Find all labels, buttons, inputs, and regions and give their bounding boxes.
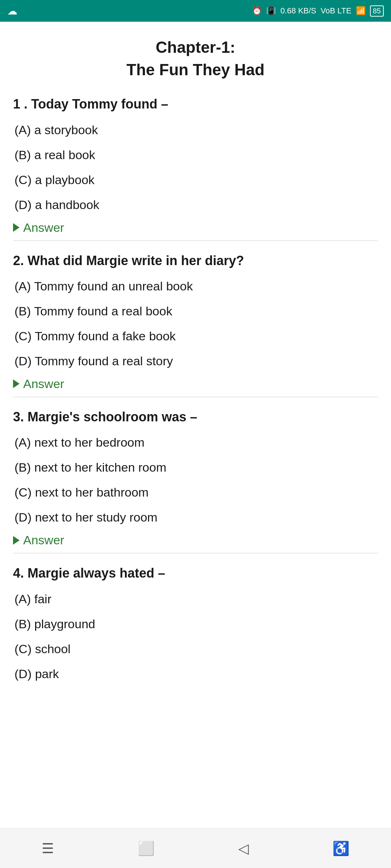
answer-1-arrow-icon bbox=[13, 223, 20, 232]
question-2-title: 2. What did Margie write in her diary? bbox=[13, 252, 378, 270]
status-left: ☁ bbox=[7, 5, 17, 17]
question-3: 3. Margie's schoolroom was – (A) next to… bbox=[13, 408, 378, 547]
vibrate-icon: 📳 bbox=[266, 6, 276, 16]
status-right: ⏰ 📳 0.68 KB/S VoB LTE 📶 85 bbox=[252, 5, 384, 17]
home-icon[interactable]: ⬜ bbox=[138, 841, 155, 856]
divider-2 bbox=[13, 397, 378, 397]
divider-1 bbox=[13, 241, 378, 241]
question-3-answer-toggle[interactable]: Answer bbox=[13, 533, 378, 547]
question-1-option-d: (D) a handbook bbox=[13, 196, 378, 214]
answer-3-arrow-icon bbox=[13, 536, 20, 545]
question-2-answer-toggle[interactable]: Answer bbox=[13, 377, 378, 391]
question-2-option-d: (D) Tommy found a real story bbox=[13, 352, 378, 370]
status-bar: ☁ ⏰ 📳 0.68 KB/S VoB LTE 📶 85 bbox=[0, 0, 391, 22]
question-3-option-a: (A) next to her bedroom bbox=[13, 433, 378, 452]
bottom-navigation: ☰ ⬜ ◁ ♿ bbox=[0, 828, 391, 868]
question-2-option-a: (A) Tommy found an unreal book bbox=[13, 277, 378, 295]
question-2-answer-label: Answer bbox=[23, 377, 64, 391]
question-4-option-c: (C) school bbox=[13, 640, 378, 658]
data-speed: 0.68 KB/S bbox=[280, 6, 316, 16]
question-3-option-d: (D) next to her study room bbox=[13, 508, 378, 527]
question-1-answer-toggle[interactable]: Answer bbox=[13, 221, 378, 235]
cloud-icon: ☁ bbox=[7, 5, 17, 17]
divider-3 bbox=[13, 553, 378, 553]
network-type: VoB LTE bbox=[321, 6, 352, 16]
question-3-option-c: (C) next to her bathroom bbox=[13, 483, 378, 502]
question-2: 2. What did Margie write in her diary? (… bbox=[13, 252, 378, 391]
question-4-title: 4. Margie always hated – bbox=[13, 564, 378, 582]
question-3-title: 3. Margie's schoolroom was – bbox=[13, 408, 378, 426]
battery-indicator: 85 bbox=[370, 5, 384, 17]
question-1-option-c: (C) a playbook bbox=[13, 171, 378, 189]
question-2-option-b: (B) Tommy found a real book bbox=[13, 302, 378, 320]
question-3-answer-label: Answer bbox=[23, 533, 64, 547]
question-4: 4. Margie always hated – (A) fair (B) pl… bbox=[13, 564, 378, 683]
question-4-option-b: (B) playground bbox=[13, 615, 378, 633]
main-content: Chapter-1:The Fun They Had 1 . Today Tom… bbox=[0, 22, 391, 828]
question-3-option-b: (B) next to her kitchen room bbox=[13, 458, 378, 477]
question-1-title: 1 . Today Tommy found – bbox=[13, 95, 378, 113]
accessibility-icon[interactable]: ♿ bbox=[332, 841, 349, 856]
question-4-option-a: (A) fair bbox=[13, 590, 378, 608]
answer-2-arrow-icon bbox=[13, 379, 20, 388]
question-1-option-a: (A) a storybook bbox=[13, 121, 378, 139]
menu-icon[interactable]: ☰ bbox=[42, 841, 54, 856]
back-icon[interactable]: ◁ bbox=[238, 841, 249, 856]
question-1-option-b: (B) a real book bbox=[13, 146, 378, 164]
question-4-option-d: (D) park bbox=[13, 665, 378, 683]
question-2-option-c: (C) Tommy found a fake book bbox=[13, 327, 378, 345]
question-1: 1 . Today Tommy found – (A) a storybook … bbox=[13, 95, 378, 234]
page-title: Chapter-1:The Fun They Had bbox=[13, 36, 378, 81]
signal-icon: 📶 bbox=[356, 6, 366, 16]
alarm-icon: ⏰ bbox=[252, 6, 262, 16]
question-1-answer-label: Answer bbox=[23, 221, 64, 235]
